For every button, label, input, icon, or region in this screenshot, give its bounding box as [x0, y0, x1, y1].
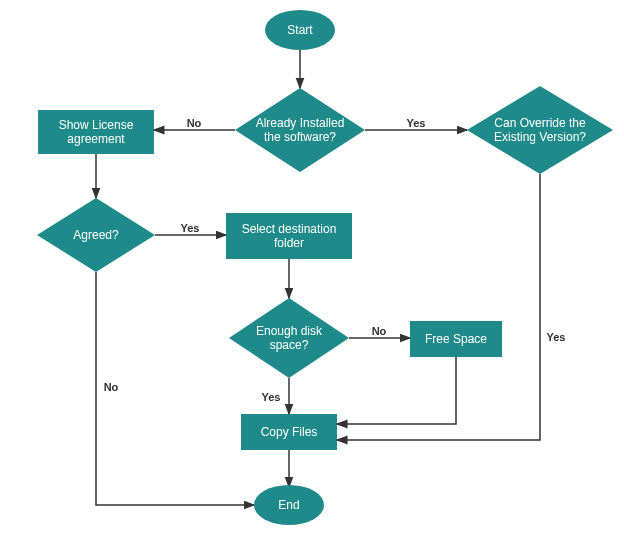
- show-license-l2: agreement: [67, 132, 125, 146]
- can-override-l2: Existing Version?: [494, 130, 586, 144]
- show-license-l1: Show License: [59, 118, 134, 132]
- edge-agreed-dest-label: Yes: [181, 222, 200, 234]
- start-label: Start: [287, 23, 313, 37]
- edge-free-copy: [337, 357, 456, 424]
- select-dest-l2: folder: [274, 236, 304, 250]
- edge-override-copy: [337, 174, 540, 440]
- enough-disk-l2: space?: [270, 338, 309, 352]
- edge-agreed-end: [96, 272, 254, 505]
- select-dest-l1: Select destination: [242, 222, 337, 236]
- flowchart-diagram: Start Already Installed the software? No…: [0, 0, 624, 548]
- edge-override-copy-label: Yes: [547, 331, 566, 343]
- edge-installed-override-label: Yes: [407, 117, 426, 129]
- agreed-label: Agreed?: [73, 228, 119, 242]
- copy-files-label: Copy Files: [261, 425, 318, 439]
- edge-disk-copy-label: Yes: [262, 391, 281, 403]
- enough-disk-l1: Enough disk: [256, 324, 323, 338]
- can-override-l1: Can Override the: [494, 116, 586, 130]
- end-label: End: [278, 498, 299, 512]
- edge-disk-free-label: No: [372, 325, 387, 337]
- free-space-label: Free Space: [425, 332, 487, 346]
- already-installed-l1: Already Installed: [256, 116, 345, 130]
- already-installed-l2: the software?: [264, 130, 336, 144]
- edge-agreed-end-label: No: [104, 381, 119, 393]
- edge-installed-license-label: No: [187, 117, 202, 129]
